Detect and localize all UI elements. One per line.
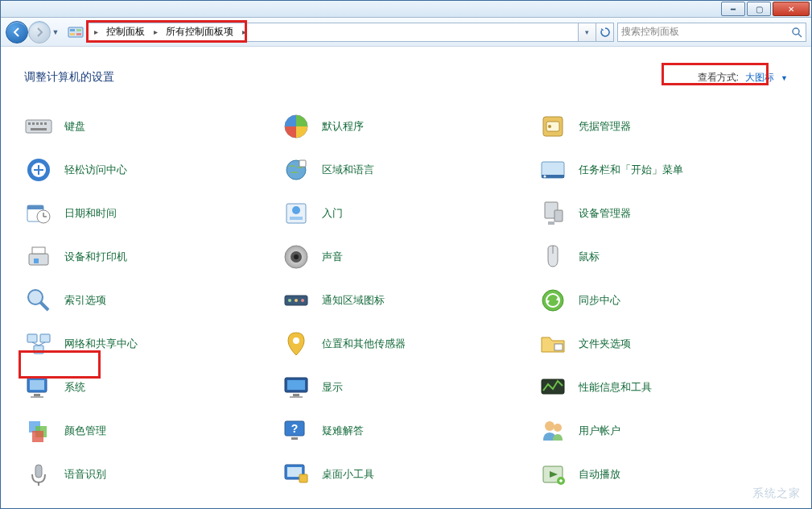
speech-icon: [24, 460, 53, 489]
item-label: 颜色管理: [64, 424, 106, 438]
defaults-icon: [282, 112, 311, 141]
chevron-down-icon: ▼: [781, 74, 788, 82]
sound-icon: [282, 242, 311, 271]
control-panel-item-tray[interactable]: 通知区域图标: [282, 286, 531, 315]
item-label: 轻松访问中心: [64, 163, 127, 177]
forward-button[interactable]: [28, 21, 51, 43]
system-icon: [24, 373, 53, 402]
keyboard-icon: [24, 112, 53, 141]
users-icon: [538, 416, 567, 445]
item-label: 性能信息和工具: [579, 380, 652, 395]
breadcrumb-item-1[interactable]: 所有控制面板项: [161, 23, 238, 41]
control-panel-item-location[interactable]: 位置和其他传感器: [282, 329, 531, 358]
perf-icon: [538, 373, 567, 402]
breadcrumb-root-chevron[interactable]: ▸: [90, 27, 101, 36]
control-panel-item-system[interactable]: 系统: [24, 373, 274, 402]
item-label: 任务栏和「开始」菜单: [579, 163, 683, 177]
back-button[interactable]: [6, 21, 28, 43]
credentials-icon: [538, 112, 567, 141]
control-panel-item-speech[interactable]: 语音识别: [24, 460, 274, 489]
control-panel-item-defaults[interactable]: 默认程序: [282, 112, 531, 141]
maximize-button[interactable]: ▢: [747, 2, 771, 16]
item-label: 日期和时间: [64, 206, 117, 221]
control-panel-item-index[interactable]: 索引选项: [24, 286, 274, 315]
search-input[interactable]: 搜索控制面板: [617, 23, 806, 42]
address-bar[interactable]: ▸ 控制面板 ▸ 所有控制面板项 ▸: [88, 23, 579, 42]
item-label: 区域和语言: [322, 163, 374, 177]
devmgr-icon: [538, 199, 567, 228]
item-label: 疑难解答: [322, 424, 364, 438]
control-panel-item-ease[interactable]: 轻松访问中心: [24, 155, 274, 184]
item-label: 语音识别: [64, 467, 106, 482]
item-label: 设备管理器: [579, 206, 631, 221]
index-icon: [24, 286, 53, 315]
control-panel-item-fonts[interactable]: 字体: [24, 503, 274, 507]
autoplay-icon: [538, 460, 567, 489]
control-panel-item-folder[interactable]: 文件夹选项: [538, 329, 788, 358]
control-panel-item-autoplay[interactable]: 自动播放: [538, 460, 788, 489]
breadcrumb-item-0[interactable]: 控制面板: [101, 23, 150, 41]
close-button[interactable]: ✕: [773, 2, 810, 16]
item-label: 通知区域图标: [322, 293, 385, 308]
item-label: 同步中心: [579, 293, 620, 308]
control-panel-item-users[interactable]: 用户帐户: [538, 416, 788, 445]
navigation-bar: ▼ ▸ 控制面板 ▸ 所有控制面板项 ▸ ▾ 搜索控制面板: [1, 18, 811, 47]
item-label: 入门: [322, 206, 343, 221]
svg-rect-0: [68, 27, 83, 37]
control-panel-grid: 键盘默认程序凭据管理器轻松访问中心区域和语言任务栏和「开始」菜单日期和时间入门设…: [2, 93, 810, 507]
breadcrumb-chevron[interactable]: ▸: [150, 27, 161, 36]
view-mode-selector[interactable]: 查看方式: 大图标 ▼: [698, 71, 788, 85]
control-panel-item-devprint[interactable]: 设备和打印机: [24, 242, 274, 271]
control-panel-item-getting[interactable]: 入门: [282, 199, 531, 228]
control-panel-item-perf[interactable]: 性能信息和工具: [538, 373, 788, 402]
svg-rect-2: [76, 29, 81, 31]
item-label: 位置和其他传感器: [322, 337, 406, 351]
control-panel-item-keyboard[interactable]: 键盘: [24, 112, 274, 141]
view-mode-label: 查看方式:: [698, 71, 739, 85]
svg-rect-4: [76, 33, 81, 35]
control-panel-item-mouse[interactable]: 鼠标: [538, 242, 788, 271]
item-label: 声音: [322, 250, 343, 264]
svg-rect-1: [70, 29, 75, 31]
fonts-icon: [24, 503, 53, 507]
control-panel-item-credentials[interactable]: 凭据管理器: [538, 112, 788, 141]
control-panel-icon: [67, 23, 84, 41]
taskbar-icon: [538, 155, 567, 184]
mouse-icon: [538, 242, 567, 271]
address-dropdown[interactable]: ▾: [579, 23, 596, 42]
control-panel-item-network[interactable]: 网络和共享中心: [24, 329, 274, 358]
region-icon: [282, 155, 311, 184]
network-icon: [24, 329, 53, 358]
ease-icon: [24, 155, 53, 184]
sync-icon: [538, 286, 567, 315]
gadgets-icon: [282, 460, 311, 489]
item-label: 设备和打印机: [64, 250, 127, 264]
control-panel-item-datetime[interactable]: 日期和时间: [24, 199, 274, 228]
item-label: 索引选项: [64, 293, 106, 308]
control-panel-item-sync[interactable]: 同步中心: [538, 286, 788, 315]
item-label: 网络和共享中心: [64, 337, 138, 351]
control-panel-item-color[interactable]: 颜色管理: [24, 416, 274, 445]
breadcrumb-chevron[interactable]: ▸: [238, 27, 249, 36]
location-icon: [282, 329, 311, 358]
datetime-icon: [24, 199, 53, 228]
devprint-icon: [24, 242, 53, 271]
minimize-button[interactable]: ━: [721, 2, 745, 16]
view-mode-value[interactable]: 大图标: [745, 71, 774, 85]
control-panel-item-gadgets[interactable]: 桌面小工具: [282, 460, 531, 489]
item-label: 文件夹选项: [579, 337, 631, 351]
search-placeholder: 搜索控制面板: [621, 25, 679, 39]
control-panel-item-taskbar[interactable]: 任务栏和「开始」菜单: [538, 155, 788, 184]
control-panel-item-display[interactable]: 显示: [282, 373, 531, 402]
item-label: 自动播放: [579, 467, 620, 482]
control-panel-item-sound[interactable]: 声音: [282, 242, 531, 271]
control-panel-item-trouble[interactable]: 疑难解答: [282, 416, 531, 445]
control-panel-item-devmgr[interactable]: 设备管理器: [538, 199, 788, 228]
item-label: 显示: [322, 380, 343, 395]
folder-icon: [538, 329, 567, 358]
nav-history-dropdown[interactable]: ▼: [51, 28, 60, 36]
refresh-button[interactable]: [596, 23, 614, 42]
content-area: 调整计算机的设置 查看方式: 大图标 ▼ 键盘默认程序凭据管理器轻松访问中心区域…: [2, 48, 810, 507]
display-icon: [282, 373, 311, 402]
control-panel-item-region[interactable]: 区域和语言: [282, 155, 531, 184]
